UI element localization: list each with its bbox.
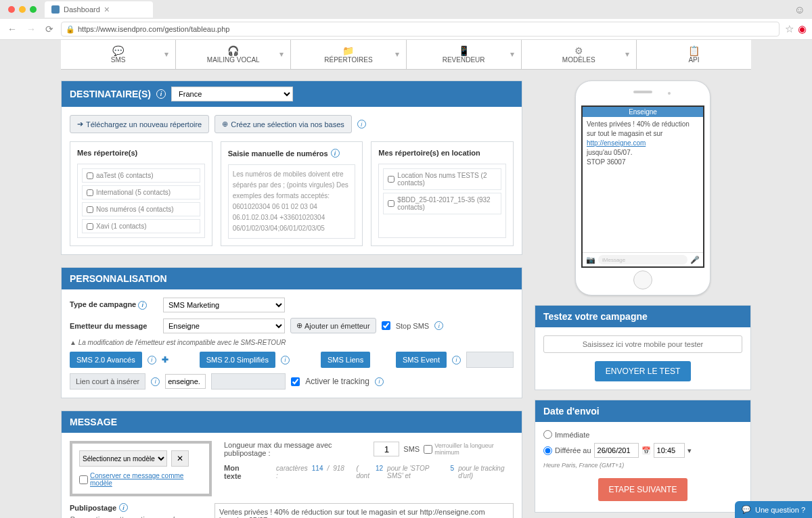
traffic-lights — [4, 6, 41, 13]
calendar-icon[interactable]: 📅 — [641, 446, 651, 455]
tracking-label: Activer le tracking — [305, 377, 369, 386]
len-unit: SMS — [403, 445, 420, 453]
info-icon[interactable]: i — [331, 149, 340, 158]
save-model-link[interactable]: Conserver ce message comme modèle — [79, 472, 202, 487]
info-icon[interactable]: i — [452, 356, 461, 364]
rep-checkbox[interactable] — [388, 176, 394, 183]
rep-item[interactable]: Nos numéros (4 contacts) — [82, 202, 200, 216]
info-icon[interactable]: i — [151, 377, 160, 386]
nav-mailing-vocal[interactable]: 🎧 MAILING VOCAL ▾ — [176, 40, 291, 69]
type-campagne-select[interactable]: SMS Marketing — [163, 298, 285, 312]
rep-item[interactable]: International (5 contacts) — [82, 185, 200, 199]
clear-model-button[interactable]: ✕ — [171, 450, 189, 467]
panel-header-destinataires: DESTINATAIRE(S) i France — [62, 81, 522, 107]
rep-item[interactable]: Location Nos nums TESTS (2 contacts) — [383, 168, 501, 190]
browser-tab[interactable]: Dashboard × — [45, 1, 153, 18]
folder-icon: 📁 — [342, 45, 354, 56]
tracking-checkbox[interactable] — [291, 377, 300, 386]
country-select[interactable]: France — [171, 87, 293, 101]
info-icon[interactable]: i — [148, 356, 156, 364]
next-step-button[interactable]: ETAPE SUIVANTE — [598, 478, 688, 501]
tab-title: Dashboard — [64, 5, 100, 14]
rep-checkbox[interactable] — [87, 189, 93, 196]
maximize-window[interactable] — [30, 6, 37, 13]
len-input[interactable] — [374, 442, 399, 456]
info-icon[interactable]: i — [375, 377, 384, 386]
create-selection-button[interactable]: ⊕ Créez une sélection via nos bases — [215, 115, 352, 133]
nav-modeles[interactable]: ⚙ MODÈLES ▾ — [522, 40, 637, 69]
rep-item[interactable]: aaTest (6 contacts) — [82, 168, 200, 183]
emetteur-select[interactable]: Enseigne — [163, 319, 285, 333]
lien-court-label: Lien court à insérer — [70, 373, 145, 390]
type-campagne-label: Type de campagne i — [70, 300, 158, 310]
saisie-textarea[interactable]: Les numéros de mobiles doivent etre sépa… — [228, 164, 356, 239]
panel-message: MESSAGE Sélectionnez un modèle ✕ Conserv… — [61, 410, 522, 518]
chevron-down-icon[interactable]: ▾ — [687, 446, 692, 455]
rep-item[interactable]: $BDD_25-01-2017_15-35 (932 contacts) — [383, 193, 501, 214]
upload-repertoire-button[interactable]: ➔ Téléchargez un nouveau répertoire — [70, 115, 209, 133]
info-icon[interactable]: i — [138, 301, 147, 310]
plus-circle-icon: ⊕ — [296, 321, 302, 330]
immediate-radio-label[interactable]: Immédiate — [543, 430, 742, 439]
panel-header-message: MESSAGE — [62, 411, 522, 433]
close-window[interactable] — [8, 6, 15, 13]
immediate-radio[interactable] — [543, 430, 552, 439]
close-tab-icon[interactable]: × — [104, 4, 110, 15]
deferred-radio[interactable] — [543, 446, 552, 455]
nav-api[interactable]: 📋 API — [637, 40, 751, 69]
sms-textarea[interactable] — [215, 503, 514, 518]
rep-checkbox[interactable] — [87, 172, 93, 179]
top-nav: 💬 SMS ▾ 🎧 MAILING VOCAL ▾ 📁 RÉPERTOIRES … — [61, 40, 751, 70]
info-icon[interactable]: i — [281, 356, 290, 364]
save-model-checkbox[interactable] — [79, 475, 88, 484]
camera-icon: 📷 — [586, 256, 595, 264]
sms-event-button[interactable]: SMS Event — [396, 352, 447, 368]
info-icon[interactable]: i — [434, 321, 443, 330]
url-box[interactable]: 🔒 https://www.isendpro.com/gestion/table… — [61, 22, 780, 37]
rep-checkbox[interactable] — [388, 200, 394, 207]
info-icon[interactable]: i — [156, 89, 166, 99]
sms-avances-button[interactable]: SMS 2.0 Avancés — [70, 352, 142, 368]
time-input[interactable] — [654, 443, 685, 458]
test-mobile-input[interactable] — [543, 335, 742, 353]
lien-slot[interactable] — [211, 373, 286, 390]
lien-court-input[interactable] — [165, 374, 206, 389]
date-input[interactable] — [594, 443, 639, 458]
back-icon[interactable]: ← — [5, 24, 19, 34]
sms-preview-body: Ventes privées ! 40% de réduction sur to… — [583, 117, 703, 170]
mon-texte-label: Mon texte — [224, 464, 256, 480]
saisie-manuelle-box: Saisie manuelle de numéros i Les numéros… — [221, 141, 363, 246]
pinterest-icon[interactable]: ◉ — [798, 23, 807, 35]
nav-repertoires[interactable]: 📁 RÉPERTOIRES ▾ — [291, 40, 406, 69]
rep-checkbox[interactable] — [87, 223, 93, 230]
send-test-button[interactable]: ENVOYER LE TEST — [595, 361, 691, 381]
info-icon[interactable]: i — [357, 120, 366, 128]
phone-input-bar: 📷 iMessage 🎤 — [583, 252, 703, 266]
panel-test-campagne: Testez votre campagne ENVOYER LE TEST — [535, 305, 751, 390]
sms-simplifies-button[interactable]: SMS 2.0 Simplifiés — [200, 352, 275, 368]
char-counter: caractères : 114 / 918 ( dont 12 pour le… — [276, 465, 514, 479]
add-emetteur-button[interactable]: ⊕Ajouter un émetteur — [290, 318, 376, 333]
plus-icon[interactable]: ✚ — [162, 355, 168, 364]
stop-sms-checkbox[interactable] — [382, 321, 390, 330]
nav-sms[interactable]: 💬 SMS ▾ — [61, 40, 176, 69]
sms-liens-button[interactable]: SMS Liens — [321, 352, 370, 368]
nav-revendeur[interactable]: 📱 REVENDEUR ▾ — [407, 40, 522, 69]
rep-item[interactable]: Xavi (1 contacts) — [82, 219, 200, 233]
info-icon[interactable]: i — [119, 503, 128, 512]
model-select[interactable]: Sélectionnez un modèle — [79, 450, 167, 467]
url-text: https://www.isendpro.com/gestion/tableau… — [78, 25, 229, 33]
mes-repertoires-box: Mes répertoire(s) aaTest (6 contacts) In… — [70, 141, 212, 246]
lock-len-checkbox[interactable] — [424, 445, 432, 454]
reload-icon[interactable]: ⟳ — [43, 24, 55, 34]
chrome-user-icon[interactable]: ☺ — [794, 4, 805, 16]
rep-checkbox[interactable] — [87, 206, 93, 213]
page: 💬 SMS ▾ 🎧 MAILING VOCAL ▾ 📁 RÉPERTOIRES … — [0, 40, 812, 518]
deferred-radio-label[interactable]: Différée au 📅 ▾ — [543, 443, 742, 458]
minimize-window[interactable] — [19, 6, 26, 13]
forward-icon[interactable]: → — [24, 24, 38, 34]
bookmark-icon[interactable]: ☆ — [785, 23, 794, 35]
help-chat-button[interactable]: 💬 Une question ? — [735, 501, 812, 518]
event-slot[interactable] — [466, 352, 514, 368]
phone-icon: 📱 — [458, 45, 470, 56]
